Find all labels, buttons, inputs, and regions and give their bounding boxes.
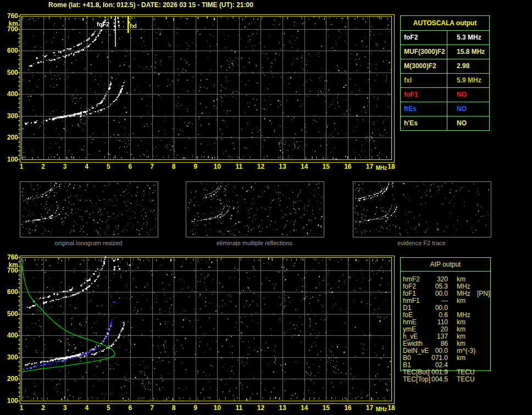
autoscala-row: h'EsNO — [401, 116, 489, 130]
x-tick-label: 5 — [100, 163, 117, 170]
autoscala-row-label: fxI — [401, 74, 447, 87]
x-tick-label: 2 — [35, 163, 52, 170]
panel-evidence-f2 — [353, 181, 491, 237]
y-axis-tick — [17, 314, 20, 314]
x-tick-label: 16 — [340, 163, 356, 170]
y-axis-tick — [18, 305, 20, 306]
aip-aunit: km — [448, 297, 474, 305]
autoscala-row-label: ftEs — [401, 102, 447, 116]
ionogram-profile-canvas — [20, 256, 393, 402]
y-axis-tick — [18, 340, 20, 340]
y-axis-tick — [18, 388, 20, 388]
autoscala-row-value: 15.8 MHz — [447, 45, 489, 59]
aip-aextra — [474, 355, 496, 362]
aip-aval: 004.5 — [430, 376, 448, 383]
y-axis-tick — [18, 287, 20, 288]
y-axis-tick — [17, 29, 20, 30]
aip-aunit: km — [448, 355, 474, 362]
autoscala-table-rows: foF25.3 MHzMUF(3000)F215.8 MHzM(3000)F22… — [401, 30, 489, 130]
y-axis-tick — [18, 81, 20, 82]
x-tick-label: 15 — [318, 404, 334, 412]
y-tick-label: 500 — [0, 69, 18, 76]
y-axis-tick — [18, 262, 20, 262]
y-axis-tick — [18, 331, 20, 331]
y-axis-tick — [17, 357, 20, 358]
y-axis-tick — [18, 155, 20, 156]
page-title: Rome (lat: +41.8, lon: 012.5) - DATE: 20… — [48, 1, 253, 9]
x-tick-label: 11 — [231, 404, 247, 412]
aip-aextra — [474, 362, 496, 369]
y-axis-tick — [18, 362, 20, 362]
y-axis-tick — [18, 301, 20, 301]
y-axis-tick — [18, 146, 20, 147]
y-axis-tick — [18, 129, 20, 130]
x-tick-label: 8 — [165, 404, 182, 412]
y-axis-tick — [18, 68, 20, 69]
y-axis-tick — [18, 266, 20, 267]
autoscala-row-value: NO — [447, 88, 489, 102]
y-axis-tick — [18, 283, 20, 284]
y-axis-tick — [18, 275, 20, 275]
y-axis-tick — [18, 20, 20, 21]
aip-aextra — [474, 376, 496, 383]
panel-caption-eliminate: eliminate multiple reflections — [186, 240, 323, 246]
y-axis-tick — [17, 292, 20, 292]
aip-aextra — [474, 319, 496, 326]
y-axis-tick — [18, 98, 20, 99]
x-tick-label: 16 — [340, 404, 356, 412]
autoscala-output-table: AUTOSCALA output foF25.3 MHzMUF(3000)F21… — [400, 15, 490, 131]
autoscala-row: ftEsNO — [401, 102, 489, 116]
y-axis-tick — [18, 353, 20, 353]
autoscala-row: MUF(3000)F215.8 MHz — [401, 45, 489, 59]
y-tick-label: 500 — [0, 310, 18, 318]
y-tick-label: 600 — [0, 47, 18, 54]
x-tick-label: 15 — [318, 163, 334, 170]
x-tick-label: 3 — [57, 163, 73, 170]
y-axis-tick — [18, 46, 20, 47]
autoscala-row-label: h'Es — [401, 117, 447, 130]
x-tick-label: 10 — [209, 163, 225, 170]
y-tick-label: 760 — [0, 253, 18, 261]
y-axis-tick — [18, 112, 20, 112]
aip-aextra — [474, 347, 496, 355]
x-tick-label: 5 — [100, 404, 117, 412]
aip-aname: TEC[Top] — [403, 376, 430, 383]
autoscala-row: foF1NO — [401, 87, 489, 102]
autoscala-row: fxI5.9 MHz — [401, 73, 489, 87]
y-axis-tick — [17, 159, 20, 160]
y-axis-tick — [17, 73, 20, 73]
autoscala-row: foF25.3 MHz — [401, 30, 489, 45]
aip-table-rows: hmF2320kmfoF205.3MHzfoF100.0MHz[PN]hmF1-… — [403, 276, 513, 383]
ionogram-main-plot — [20, 14, 395, 163]
ionogram-main-canvas — [20, 15, 393, 161]
fxi-marker-label: fxI — [130, 23, 137, 29]
y-axis-tick — [17, 270, 20, 271]
y-axis-tick — [18, 370, 20, 371]
y-axis-tick — [17, 379, 20, 379]
x-tick-label: 8 — [165, 163, 182, 170]
panel-original-ionogram — [20, 181, 158, 237]
panel-eliminate-reflections — [186, 181, 324, 237]
aip-aextra — [474, 369, 496, 376]
x-tick-label: 7 — [144, 404, 160, 412]
y-axis-tick — [17, 335, 20, 336]
aip-table-header: AIP output — [400, 257, 491, 272]
y-tick-label: 300 — [0, 353, 18, 361]
autoscala-row-value: NO — [447, 117, 489, 130]
autoscala-row-value: 5.9 MHz — [447, 74, 489, 87]
panel-caption-original: original ionogram resized — [20, 240, 157, 246]
aip-aextra — [474, 333, 496, 340]
y-axis-tick — [18, 90, 20, 90]
y-axis-tick — [17, 137, 20, 138]
y-tick-label: 760 — [0, 12, 18, 20]
y-axis-tick — [18, 327, 20, 328]
aip-aunit: TECU — [448, 376, 474, 383]
x-tick-label: 12 — [252, 404, 269, 412]
y-axis-unit: km — [0, 261, 18, 269]
y-axis-tick — [18, 323, 20, 323]
y-axis-tick — [18, 34, 20, 34]
y-tick-label: 400 — [0, 331, 18, 339]
y-axis-tick — [17, 116, 20, 117]
aip-aextra — [474, 340, 496, 347]
x-tick-label: 2 — [35, 404, 52, 412]
